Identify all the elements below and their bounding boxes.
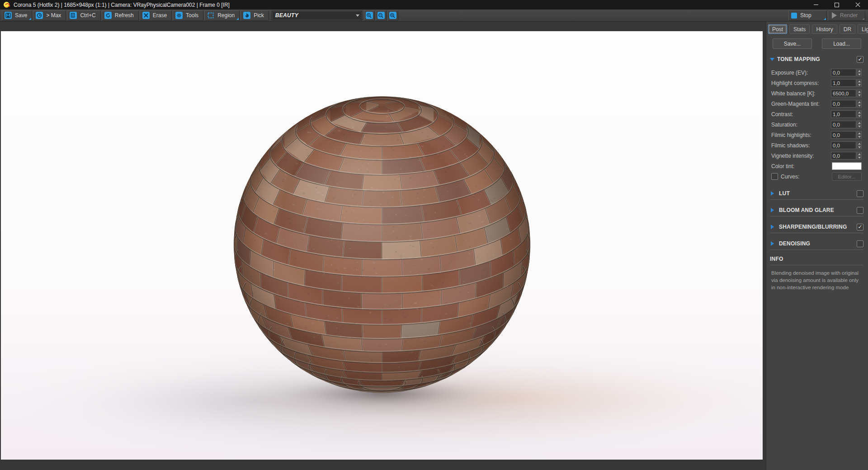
load-settings-button[interactable]: Load...: [822, 38, 861, 49]
curves-editor-button[interactable]: Editor...: [832, 172, 862, 181]
sharpening-blurring-header[interactable]: SHARPENING/BLURRING ✓: [766, 222, 868, 231]
filmic-shadows-input[interactable]: 0,0: [831, 141, 856, 149]
save-button[interactable]: Save: [2, 10, 32, 21]
saturation-spinner[interactable]: [857, 121, 862, 128]
filmic-highlights-input[interactable]: 0,0: [831, 131, 856, 139]
region-label: Region: [217, 12, 235, 19]
pick-icon: [243, 12, 250, 19]
save-label: Save: [15, 12, 27, 19]
tools-button[interactable]: Tools: [173, 10, 203, 21]
refresh-icon: [104, 12, 112, 19]
zoom-reset-icon: [389, 12, 396, 19]
green-magenta-tint-spinner[interactable]: [857, 100, 862, 108]
saturation-input[interactable]: 0,0: [831, 121, 856, 128]
region-button[interactable]: Region: [204, 10, 240, 21]
curves-checkbox[interactable]: ✓: [771, 173, 778, 180]
highlight-compress-spinner[interactable]: [857, 79, 862, 87]
param-row-white-balance: White balance [K]: 6500,0: [766, 88, 868, 99]
tab-post[interactable]: Post: [768, 24, 787, 34]
refresh-button[interactable]: Refresh: [102, 10, 139, 21]
filmic-shadows-spinner[interactable]: [857, 141, 862, 149]
tab-history[interactable]: History: [812, 24, 837, 34]
vignette-intensity-input[interactable]: 0,0: [831, 152, 856, 160]
param-row-green-magenta-tint: Green-Magenta tint: 0,0: [766, 99, 868, 109]
zoom-reset-button[interactable]: [387, 10, 398, 21]
pick-label: Pick: [254, 12, 264, 19]
contrast-spinner[interactable]: [857, 110, 862, 118]
panel-tabs: Post Stats History DR LightMix: [768, 24, 866, 34]
denoising-title: DENOISING: [779, 240, 857, 247]
white-balance-input[interactable]: 6500,0: [831, 89, 856, 97]
stop-label: Stop: [800, 12, 811, 19]
tab-dr[interactable]: DR: [840, 24, 855, 34]
param-label: Saturation:: [771, 122, 831, 128]
restore-button[interactable]: [826, 0, 847, 9]
minimize-icon: [814, 5, 818, 5]
to-max-button[interactable]: > Max: [33, 10, 66, 21]
tone-mapping-header[interactable]: TONE MAPPING ✓: [766, 55, 868, 64]
filmic-highlights-spinner[interactable]: [857, 131, 862, 139]
denoising-checkbox[interactable]: ✓: [857, 240, 863, 247]
stop-icon: [791, 13, 797, 19]
erase-label: Erase: [153, 12, 167, 19]
param-row-vignette-intensity: Vignette intensity: 0,0: [766, 150, 868, 161]
exposure-spinner[interactable]: [857, 69, 862, 76]
render-element-select[interactable]: BEAUTY: [272, 11, 362, 20]
section-collapsed-icon: [771, 225, 776, 229]
stop-button[interactable]: Stop: [788, 10, 827, 21]
info-header: INFO: [766, 254, 868, 263]
minimize-button[interactable]: [806, 0, 826, 9]
sharpening-blurring-checkbox[interactable]: ✓: [857, 224, 863, 230]
param-row-color-tint: Color tint:: [766, 161, 868, 171]
tab-stats[interactable]: Stats: [789, 24, 810, 34]
restore-icon: [835, 3, 839, 7]
bloom-glare-title: BLOOM AND GLARE: [779, 207, 857, 213]
bloom-glare-header[interactable]: BLOOM AND GLARE ✓: [766, 206, 868, 215]
section-collapsed-icon: [771, 191, 776, 196]
green-magenta-tint-input[interactable]: 0,0: [831, 100, 856, 108]
white-balance-spinner[interactable]: [857, 89, 862, 97]
denoising-header[interactable]: DENOISING ✓: [766, 239, 868, 248]
tone-mapping-checkbox[interactable]: ✓: [857, 56, 863, 63]
copy-label: Ctrl+C: [80, 12, 95, 19]
curves-label: Curves:: [781, 174, 832, 180]
tab-lightmix[interactable]: LightMix: [858, 24, 868, 34]
info-text: Blending denoised image with original vi…: [771, 270, 863, 291]
param-row-filmic-shadows: Filmic shadows: 0,0: [766, 140, 868, 150]
color-tint-swatch[interactable]: [832, 162, 862, 170]
zoom-out-button[interactable]: [376, 10, 387, 21]
section-expanded-icon: [770, 58, 774, 63]
save-icon: [5, 12, 12, 19]
corona-logo-icon: [4, 2, 9, 8]
save-settings-button[interactable]: Save...: [773, 38, 812, 49]
render-button[interactable]: Render: [828, 10, 865, 21]
exposure-input[interactable]: 0,0: [831, 69, 856, 76]
copy-icon: [70, 12, 77, 19]
chevron-down-icon: [356, 14, 359, 19]
bloom-glare-checkbox[interactable]: ✓: [857, 207, 863, 214]
pick-button[interactable]: Pick: [241, 10, 269, 21]
copy-button[interactable]: Ctrl+C: [67, 10, 100, 21]
lut-header[interactable]: LUT ✓: [766, 189, 868, 198]
window-title: Corona 5 (Hotfix 2) | 1685×948px (1:1) |…: [14, 2, 230, 8]
render-viewport[interactable]: [0, 22, 766, 470]
section-collapsed-icon: [771, 208, 776, 212]
zoom-out-icon: [377, 12, 385, 19]
contrast-input[interactable]: 1,0: [831, 110, 856, 118]
vignette-intensity-spinner[interactable]: [857, 152, 862, 160]
param-row-exposure: Exposure (EV): 0,0: [766, 67, 868, 78]
tools-icon: [175, 12, 183, 19]
erase-button[interactable]: Erase: [140, 10, 172, 21]
highlight-compress-input[interactable]: 1,0: [831, 79, 856, 87]
toolbar: Save > Max Ctrl+C Refresh Erase Tools Re…: [0, 9, 868, 22]
rendered-image: [1, 31, 763, 460]
refresh-label: Refresh: [115, 12, 134, 19]
param-label: White balance [K]:: [771, 90, 831, 97]
lut-checkbox[interactable]: ✓: [857, 190, 863, 197]
zoom-in-button[interactable]: [364, 10, 375, 21]
divider: [770, 199, 863, 200]
lut-title: LUT: [779, 190, 857, 197]
to-max-icon: [36, 12, 43, 19]
close-icon: [855, 2, 860, 7]
close-button[interactable]: [847, 0, 868, 9]
